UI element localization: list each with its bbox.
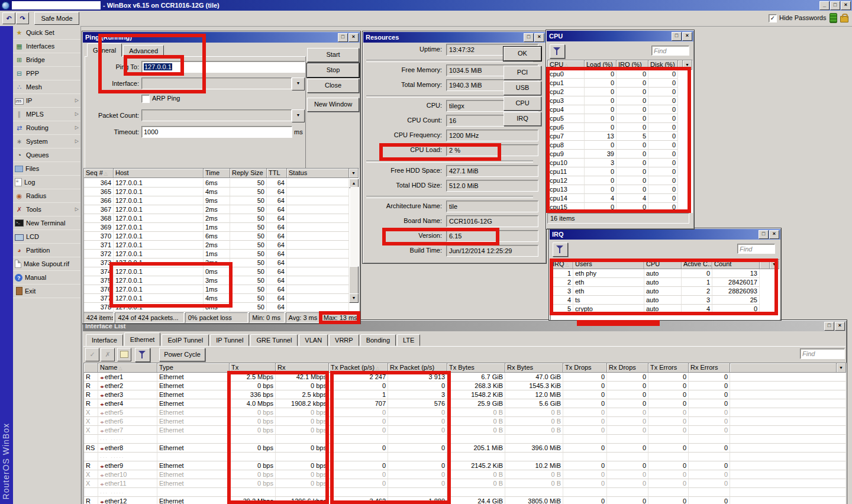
irq-row[interactable]: 3ethauto228826093: [551, 287, 779, 296]
cpu-row[interactable]: cpu12000: [548, 176, 692, 185]
sidebar-item-ppp[interactable]: PPP: [13, 67, 80, 80]
ping-row[interactable]: 375127.0.0.13ms5064: [84, 276, 349, 285]
column-header-load-[interactable]: Load (%): [585, 60, 617, 70]
column-header-irq-[interactable]: IRQ (%): [617, 60, 648, 70]
cpu-row[interactable]: cpu5000: [548, 114, 692, 123]
ping-row[interactable]: 364127.0.0.16ms5064: [84, 179, 349, 188]
start-button[interactable]: Start: [307, 48, 359, 62]
hide-passwords-checkbox[interactable]: ✓: [769, 14, 777, 22]
interface-row[interactable]: X◂▸ether10Ethernet0 bps0 bps000 B0 B0000: [84, 470, 846, 479]
sidebar-item-ip[interactable]: IP▷: [13, 94, 80, 108]
cpu-row[interactable]: cpu6000: [548, 123, 692, 132]
ping-row[interactable]: 372127.0.0.11ms5064: [84, 250, 349, 259]
usb-button[interactable]: USB: [504, 81, 541, 95]
ping-titlebar[interactable]: Ping (Running) □ ×: [83, 32, 360, 43]
ping-row[interactable]: 365127.0.0.14ms5064: [84, 188, 349, 196]
cpu-row[interactable]: cpu11000: [548, 167, 692, 176]
undo-icon[interactable]: ↶: [2, 12, 15, 24]
interface-row[interactable]: R◂▸ether9Ethernet0 bps0 bps002145.2 KiB1…: [84, 461, 846, 470]
sidebar-item-manual[interactable]: Manual: [13, 271, 80, 285]
close-icon[interactable]: ×: [682, 32, 692, 41]
cpu-row[interactable]: cpu0000: [548, 70, 692, 79]
cpu-row[interactable]: cpu2000: [548, 88, 692, 96]
filter-button[interactable]: [553, 243, 568, 257]
irq-row[interactable]: 4tsauto325: [551, 296, 779, 305]
ping-row[interactable]: 374127.0.0.10ms5064: [84, 267, 349, 276]
interface-row-redacted[interactable]: ··· ·····: [84, 453, 846, 461]
sidebar-item-tools[interactable]: Tools▷: [13, 203, 80, 217]
irq-row[interactable]: 5cryptoauto40: [551, 305, 779, 314]
ping-row[interactable]: 371127.0.0.12ms5064: [84, 241, 349, 250]
interface-row[interactable]: R◂▸ether12Ethernet39.2 Mbps1206.6 kbps3 …: [84, 497, 846, 504]
column-header-reply-size[interactable]: Reply Size: [230, 169, 267, 178]
restore-icon[interactable]: □: [824, 322, 834, 331]
close-icon[interactable]: ×: [769, 230, 779, 239]
interface-row-redacted[interactable]: ··· ·····: [84, 435, 846, 444]
column-header-rx-errors[interactable]: Rx Errors: [689, 363, 730, 373]
irq-row[interactable]: 1eth phyauto013: [551, 269, 779, 278]
cpu-row[interactable]: cpu3000: [548, 96, 692, 105]
ping-row[interactable]: 369127.0.0.11ms5064: [84, 223, 349, 232]
sidebar-item-log[interactable]: Log: [13, 176, 80, 189]
column-header-tx-errors[interactable]: Tx Errors: [648, 363, 689, 373]
interface-row[interactable]: R◂▸ether3Ethernet336 bps2.5 kbps131548.2…: [84, 390, 846, 399]
irq-button[interactable]: IRQ: [504, 112, 541, 126]
column-header-flag[interactable]: [84, 363, 98, 373]
column-menu-icon[interactable]: ▼: [770, 260, 779, 269]
column-header-name[interactable]: Name△: [98, 363, 157, 373]
cpu-row[interactable]: cpu8000: [548, 141, 692, 150]
stop-button[interactable]: Stop: [307, 63, 359, 77]
sidebar-item-quickset[interactable]: Quick Set: [13, 26, 80, 40]
ping-row[interactable]: 368127.0.0.12ms5064: [84, 214, 349, 223]
ping-row[interactable]: 373127.0.0.13ms5064: [84, 259, 349, 267]
cpu-row[interactable]: cpu71350: [548, 132, 692, 141]
disable-button[interactable]: ✗: [101, 348, 115, 361]
sidebar-item-bridge[interactable]: Bridge: [13, 53, 80, 67]
restore-icon[interactable]: □: [759, 230, 769, 239]
irq-row[interactable]: 2ethauto128426017: [551, 278, 779, 287]
sidebar-item-files[interactable]: Files: [13, 162, 80, 176]
column-header-rx-bytes[interactable]: Rx Bytes: [505, 363, 563, 373]
new-window-button[interactable]: New Window: [307, 98, 359, 112]
column-header-irq[interactable]: IRQ△: [551, 260, 573, 269]
cpu-row[interactable]: cpu1000: [548, 79, 692, 88]
interface-row[interactable]: X◂▸ether6Ethernet0 bps0 bps000 B0 B0000: [84, 417, 846, 426]
interface-row[interactable]: R◂▸ether2Ethernet0 bps0 bps00268.3 KiB15…: [84, 382, 846, 390]
column-header-rx-packet-p-s-[interactable]: Rx Packet (p/s): [388, 363, 447, 373]
ping-row[interactable]: 378127.0.0.18ms5064: [84, 303, 349, 312]
column-header-disk-[interactable]: Disk (%): [648, 60, 678, 70]
power-cycle-button[interactable]: Power Cycle: [159, 348, 205, 361]
packet-count-select[interactable]: [141, 109, 292, 121]
column-header-count[interactable]: Count: [712, 260, 760, 269]
sidebar-item-supout[interactable]: Make Supout.rif: [13, 257, 80, 271]
enable-button[interactable]: ✓: [85, 348, 99, 361]
find-input[interactable]: [737, 244, 775, 254]
close-button[interactable]: Close: [307, 79, 359, 93]
sidebar-item-routing[interactable]: Routing▷: [13, 121, 80, 135]
tab-gre-tunnel[interactable]: GRE Tunnel: [250, 334, 298, 346]
ok-button[interactable]: OK: [504, 47, 541, 61]
column-header-cpu[interactable]: CPU: [644, 260, 682, 269]
timeout-input[interactable]: 1000: [141, 126, 292, 138]
cpu-row[interactable]: cpu93900: [548, 150, 692, 159]
ping-row[interactable]: 376127.0.0.11ms5064: [84, 285, 349, 294]
close-icon[interactable]: ×: [841, 1, 851, 10]
column-header-tx-drops[interactable]: Tx Drops: [563, 363, 607, 373]
column-header-status[interactable]: Status: [287, 169, 349, 178]
sidebar-item-mesh[interactable]: Mesh: [13, 80, 80, 94]
column-header-seq-[interactable]: Seq #△: [84, 169, 114, 178]
column-menu-icon[interactable]: ▼: [349, 169, 359, 178]
restore-icon[interactable]: □: [338, 33, 348, 42]
ping-row[interactable]: 370127.0.0.16ms5064: [84, 232, 349, 241]
column-header-ttl[interactable]: TTL: [267, 169, 287, 178]
close-icon[interactable]: ×: [534, 33, 544, 42]
column-header-cpu[interactable]: CPU△: [548, 60, 585, 70]
interface-row[interactable]: X◂▸ether7Ethernet0 bps0 bps000 B0 B0000: [84, 426, 846, 435]
tab-general[interactable]: General: [87, 43, 122, 57]
sidebar-item-mpls[interactable]: MPLS▷: [13, 108, 80, 121]
tab-lte[interactable]: LTE: [397, 334, 420, 346]
restore-icon[interactable]: □: [672, 32, 682, 41]
interface-row[interactable]: R◂▸ether4Ethernet4.0 Mbps1908.2 kbps7075…: [84, 399, 846, 408]
interface-row-redacted[interactable]: ··· ·····: [84, 488, 846, 497]
interface-select[interactable]: [141, 77, 292, 89]
